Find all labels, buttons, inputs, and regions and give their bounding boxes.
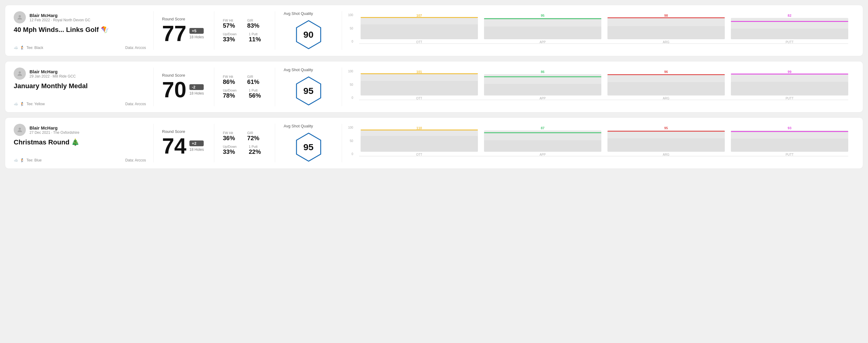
chart-column-app: 86 APP [484,70,601,100]
tee-label: Tee: Blue [26,158,42,162]
player-date-course: 27 Dec 2021 · The Oxfordshire [30,130,79,135]
quality-hexagon: 95 [293,76,324,106]
one-putt-stat: 1 Putt 22% [249,145,261,155]
round-score-label: Round Score [162,17,206,21]
gir-stat: GIR 61% [247,75,259,86]
weather-icon: ☁️ [14,158,18,162]
score-holes: 18 Holes [189,91,204,95]
score-number: 77 [162,23,186,44]
chart-column-putt: 82 PUTT [731,13,848,44]
avatar [14,67,26,80]
round-title: January Monthly Medal [14,82,146,90]
score-number: 74 [162,135,186,157]
player-name: Blair McHarg [30,125,79,130]
chart-column-app: 95 APP [484,13,601,44]
score-section: Round Score 77 +5 18 Holes [154,11,214,50]
fw-hit-stat: FW Hit 86% [223,75,235,86]
svg-point-1 [19,71,21,73]
player-section: Blair McHarg 29 Jan 2022 · Mill Ride GCC… [14,67,154,106]
data-source: Data: Arccos [125,158,146,162]
svg-point-0 [19,15,21,17]
round-card-2: Blair McHarg 29 Jan 2022 · Mill Ride GCC… [5,61,863,113]
bag-icon: 🏌 [20,158,25,162]
quality-label: Avg Shot Quality [284,11,313,16]
round-title: 40 Mph Winds... Links Golf 🪁 [14,26,146,34]
avatar [14,11,26,23]
score-section: Round Score 74 +2 18 Holes [154,124,214,162]
round-score-label: Round Score [162,73,206,77]
fw-hit-stat: FW Hit 57% [223,19,235,29]
one-putt-stat: 1 Putt 56% [249,89,261,99]
quality-number: 95 [303,142,313,152]
chart-column-ott: 110 OTT [361,126,478,156]
one-putt-stat: 1 Putt 11% [249,32,261,43]
tee-label: Tee: Black [26,45,43,50]
tee-info: ☁️ 🏌 Tee: Black [14,45,43,50]
round-title: Christmas Round 🎄 [14,138,146,146]
quality-hexagon: 90 [293,20,324,50]
bag-icon: 🏌 [20,102,25,106]
round-score-label: Round Score [162,129,206,134]
stats-section: FW Hit 36% GIR 72% Up/Down 33% 1 Putt 22… [214,124,275,162]
quality-label: Avg Shot Quality [284,124,313,128]
gir-stat: GIR 83% [247,19,259,29]
chart-column-arg: 95 ARG [608,126,725,156]
chart-column-ott: 107 OTT [361,13,478,44]
chart-column-putt: 93 PUTT [731,126,848,156]
chart-section: 100500 110 OTT 87 APP 95 [342,124,854,162]
tee-info: ☁️ 🏌 Tee: Yellow [14,102,45,106]
chart-column-putt: 99 PUTT [731,70,848,100]
up-down-stat: Up/Down 33% [223,145,237,155]
score-diff-badge: +5 [189,28,204,34]
score-holes: 18 Holes [189,148,204,152]
svg-point-2 [19,128,21,130]
fw-hit-stat: FW Hit 36% [223,131,235,142]
data-source: Data: Arccos [125,102,146,106]
quality-number: 95 [303,86,313,96]
up-down-stat: Up/Down 78% [223,89,237,99]
round-card-1: Blair McHarg 12 Feb 2022 · Royal North D… [5,5,863,56]
stats-section: FW Hit 86% GIR 61% Up/Down 78% 1 Putt 56… [214,67,275,106]
score-holes: 18 Holes [189,35,204,39]
gir-stat: GIR 72% [247,131,259,142]
player-section: Blair McHarg 12 Feb 2022 · Royal North D… [14,11,154,50]
chart-column-app: 87 APP [484,126,601,156]
chart-column-arg: 96 ARG [608,70,725,100]
score-diff-badge: +2 [189,141,204,146]
player-date-course: 12 Feb 2022 · Royal North Devon GC [30,18,90,22]
bag-icon: 🏌 [20,45,25,50]
quality-section: Avg Shot Quality 90 [275,11,342,50]
quality-number: 90 [303,30,313,40]
score-number: 70 [162,79,186,101]
chart-column-ott: 101 OTT [361,70,478,100]
player-section: Blair McHarg 27 Dec 2021 · The Oxfordshi… [14,124,154,162]
player-name: Blair McHarg [30,69,76,74]
weather-icon: ☁️ [14,45,18,50]
chart-section: 100500 101 OTT 86 APP 96 [342,67,854,106]
chart-column-arg: 98 ARG [608,13,725,44]
quality-section: Avg Shot Quality 95 [275,67,342,106]
chart-section: 100500 107 OTT 95 APP 98 [342,11,854,50]
avatar [14,124,26,136]
up-down-stat: Up/Down 33% [223,32,237,43]
player-date-course: 29 Jan 2022 · Mill Ride GCC [30,74,76,79]
quality-section: Avg Shot Quality 95 [275,124,342,162]
score-section: Round Score 70 -2 18 Holes [154,67,214,106]
tee-info: ☁️ 🏌 Tee: Blue [14,158,42,162]
weather-icon: ☁️ [14,102,18,106]
score-diff-badge: -2 [189,84,204,90]
round-card-3: Blair McHarg 27 Dec 2021 · The Oxfordshi… [5,117,863,169]
tee-label: Tee: Yellow [26,102,45,106]
data-source: Data: Arccos [125,45,146,50]
quality-hexagon: 95 [293,132,324,162]
stats-section: FW Hit 57% GIR 83% Up/Down 33% 1 Putt 11… [214,11,275,50]
quality-label: Avg Shot Quality [284,67,313,72]
player-name: Blair McHarg [30,13,90,18]
